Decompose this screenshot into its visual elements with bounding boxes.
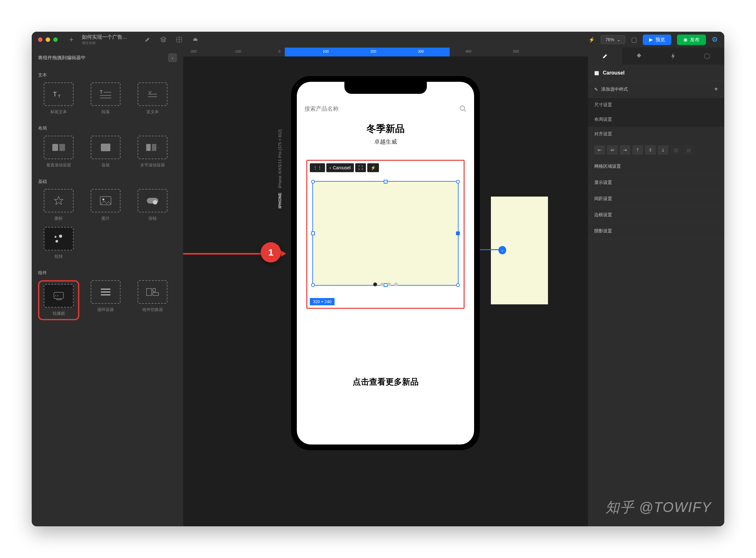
align-left[interactable]: ⇤	[594, 145, 605, 155]
ruler-selection	[285, 48, 450, 56]
comp-hscroll[interactable]: ›水平滚动容器	[132, 136, 173, 168]
tab-fill[interactable]	[622, 48, 656, 65]
comp-rotate[interactable]: 轮转	[38, 227, 79, 259]
drag-handle-icon[interactable]: ⋮⋮	[310, 163, 325, 172]
svg-line-34	[464, 110, 466, 111]
bolt-icon[interactable]: ⚡	[367, 163, 379, 172]
search-icon[interactable]	[459, 105, 467, 112]
svg-point-24	[57, 299, 58, 300]
comp-paragraph[interactable]: T段落	[85, 82, 126, 115]
svg-point-20	[59, 235, 62, 238]
section-size[interactable]: 尺寸设置	[588, 98, 724, 112]
device-notch	[344, 82, 427, 94]
carousel-dot[interactable]	[373, 282, 377, 286]
more-link[interactable]: 点击查看更多新品	[297, 376, 474, 387]
ruler-tick: 0	[278, 49, 280, 53]
publish-button[interactable]: ◉ 发布	[677, 34, 706, 45]
comp-loop[interactable]: 循环容器	[85, 280, 126, 320]
ruler-horizontal: -200 -100 0 100 200 300 400 500	[183, 48, 588, 56]
breadcrumb-carousel[interactable]: ‹ Carousel	[326, 163, 354, 172]
carousel-dot[interactable]	[380, 282, 384, 286]
add-project-button[interactable]: +	[69, 35, 74, 44]
comp-richtext[interactable]: 富文本	[132, 82, 173, 115]
comp-carousel[interactable]: ‹ ›轮播图	[38, 280, 79, 320]
ruler-tick: 300	[418, 49, 424, 53]
prop-spacing[interactable]: 间距设置	[588, 191, 724, 207]
resize-handle[interactable]	[456, 180, 460, 183]
device-frame: 冬季新品 卓越生威 ⋮⋮ ‹ Carousel ⛶ ⚡	[291, 76, 480, 450]
ruler-tick: 100	[323, 49, 329, 53]
project-title[interactable]: 如何实现一个广告... 项目名称	[82, 34, 127, 45]
device-screen[interactable]: 冬季新品 卓越生威 ⋮⋮ ‹ Carousel ⛶ ⚡	[297, 82, 474, 445]
prop-border[interactable]: 边框设置	[588, 207, 724, 223]
svg-text:T: T	[100, 90, 103, 95]
svg-point-25	[59, 299, 59, 300]
svg-rect-31	[153, 288, 155, 292]
add-selected-style[interactable]: ✎添加选中样式 +	[588, 81, 724, 98]
annotation-line	[183, 253, 261, 255]
section-layout[interactable]: 布局设置	[588, 112, 724, 127]
resize-handle[interactable]	[456, 231, 460, 235]
svg-rect-30	[147, 288, 152, 296]
comp-label-text[interactable]: TT标签文本	[38, 82, 79, 115]
ruler-tick: -200	[190, 49, 197, 53]
align-center-v[interactable]: ⇕	[645, 145, 656, 155]
carousel-dot[interactable]	[387, 282, 391, 286]
carousel-dot[interactable]	[394, 282, 398, 286]
canvas[interactable]: -200 -100 0 100 200 300 400 500 IPHONEiP…	[183, 48, 588, 526]
comp-vscroll[interactable]: 垂直滚动容器	[38, 136, 79, 168]
connector-arrow-icon[interactable]: ›	[499, 247, 506, 254]
device-icon[interactable]: ▢	[631, 36, 637, 44]
carousel-component[interactable]: ⋮⋮ ‹ Carousel ⛶ ⚡	[306, 160, 464, 309]
bolt-icon[interactable]: ⚡	[588, 37, 595, 43]
prop-display[interactable]: 显示设置	[588, 175, 724, 191]
plus-icon[interactable]: +	[714, 85, 718, 93]
comp-container[interactable]: 容器	[85, 136, 126, 168]
screen-heading: 冬季新品	[297, 122, 474, 135]
collapse-panel-button[interactable]: ‹	[168, 53, 177, 62]
play-icon: ▶	[649, 37, 653, 43]
brush-icon: ✎	[594, 87, 598, 92]
panel-title: 将组件拖拽到编辑器中	[38, 55, 85, 61]
titlebar: + 如何实现一个广告... 项目名称 ⚡ 76% ⌄ ▢ ▶ 预览 ◉	[32, 32, 724, 48]
watermark: 知乎 @TOWIFY	[605, 498, 712, 517]
comp-switcher[interactable]: 组件切换器	[132, 280, 173, 320]
resize-handle[interactable]	[311, 180, 315, 183]
expand-icon[interactable]: ⛶	[355, 163, 366, 172]
search-bar[interactable]	[297, 101, 474, 117]
minimize-window[interactable]	[46, 37, 50, 42]
svg-rect-15	[100, 197, 111, 205]
carousel-dots	[307, 282, 463, 286]
comp-icon[interactable]: 图标	[38, 189, 79, 221]
grid-icon[interactable]	[176, 36, 182, 43]
tab-action[interactable]	[656, 48, 690, 65]
svg-point-26	[60, 299, 61, 300]
distribute-h: ▥	[671, 145, 681, 155]
comp-image[interactable]: 图片	[85, 189, 126, 221]
layers-icon[interactable]	[160, 36, 167, 43]
align-bottom[interactable]: ⤓	[658, 145, 669, 155]
screen-subheading: 卓越生威	[297, 138, 474, 146]
settings-icon[interactable]: ⚙	[712, 35, 718, 44]
comp-button[interactable]: 按钮	[132, 189, 173, 221]
prop-shadow[interactable]: 阴影设置	[588, 223, 724, 239]
ruler-tick: -100	[234, 49, 241, 53]
tab-3d[interactable]	[690, 48, 725, 65]
align-center-h[interactable]: ⇔	[607, 145, 618, 155]
zoom-selector[interactable]: 76% ⌄	[601, 35, 625, 44]
close-window[interactable]	[38, 37, 43, 42]
carousel-slide-selection[interactable]	[312, 181, 458, 286]
align-top[interactable]: ⤒	[632, 145, 643, 155]
prop-grid-area[interactable]: 网格区域设置	[588, 158, 724, 175]
selected-component-name: ▦ Carousel	[588, 65, 724, 81]
maximize-window[interactable]	[53, 37, 58, 42]
preview-button[interactable]: ▶ 预览	[643, 34, 671, 45]
align-right[interactable]: ⇥	[620, 145, 630, 155]
resize-handle[interactable]	[311, 231, 315, 235]
search-input[interactable]	[304, 106, 456, 112]
cloud-icon[interactable]	[192, 36, 198, 43]
resize-handle[interactable]	[384, 180, 387, 183]
brush-icon[interactable]	[144, 36, 151, 43]
tab-style[interactable]	[588, 48, 622, 65]
svg-rect-13	[152, 144, 156, 151]
